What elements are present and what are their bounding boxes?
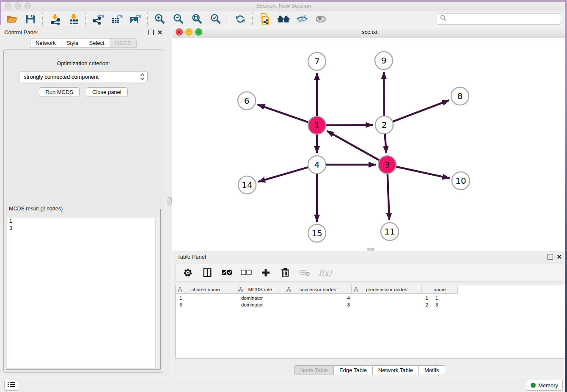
apply-layout-button[interactable] xyxy=(276,13,291,25)
table-toolbar: f(x) xyxy=(175,264,564,282)
zoom-out-button[interactable] xyxy=(171,13,186,25)
criterion-dropdown[interactable]: strongly connected component xyxy=(19,72,148,82)
graph-edge-2-3[interactable] xyxy=(385,134,386,153)
column-header-name[interactable]: name xyxy=(422,285,458,293)
table-row[interactable]: 3 dominator 3 2 3 xyxy=(176,301,468,308)
zoom-fit-button[interactable] xyxy=(190,13,205,25)
criterion-dropdown-value: strongly connected component xyxy=(24,74,99,80)
open-file-button[interactable] xyxy=(4,13,19,25)
zoom-in-icon xyxy=(154,14,165,25)
cell-name: 3 xyxy=(432,301,468,308)
cell-predecessor-nodes: 1 xyxy=(356,295,432,301)
graph-edge-4-14[interactable] xyxy=(258,167,308,182)
import-table-button[interactable] xyxy=(66,13,81,25)
zoom-out-icon xyxy=(173,14,184,25)
close-window-button[interactable] xyxy=(5,3,11,9)
panel-divider[interactable] xyxy=(167,26,172,377)
show-column-panel-icon[interactable] xyxy=(202,267,213,278)
close-panel-icon[interactable]: ✕ xyxy=(157,30,162,35)
network-maximize-button[interactable]: + xyxy=(195,28,202,36)
float-panel-icon[interactable] xyxy=(148,30,154,35)
tab-motifs[interactable]: Motifs xyxy=(419,365,445,375)
desktop-edge xyxy=(0,0,567,2)
add-column-icon[interactable] xyxy=(260,267,271,278)
graph-node-label-9: 9 xyxy=(381,55,387,66)
export-image-button[interactable] xyxy=(128,13,143,25)
graph-edge-2-8[interactable] xyxy=(393,100,449,122)
graph-node-label-1: 1 xyxy=(314,120,320,130)
export-table-icon xyxy=(111,14,123,25)
network-close-button[interactable]: × xyxy=(176,28,183,36)
show-all-button[interactable] xyxy=(313,13,328,25)
save-session-button[interactable] xyxy=(23,13,38,25)
search-icon xyxy=(437,15,448,23)
deselect-all-columns-icon[interactable] xyxy=(241,267,252,278)
mcds-result-group: MCDS result (2 nodes) 1 3 xyxy=(6,206,161,370)
settings-gear-icon[interactable] xyxy=(182,267,193,278)
network-window-titlebar: × − + scc.txt xyxy=(172,26,567,38)
maximize-window-button[interactable] xyxy=(25,3,31,9)
mcds-result-list[interactable]: 1 3 xyxy=(7,218,160,368)
close-panel-button[interactable]: Close panel xyxy=(86,87,128,97)
save-floppy-icon xyxy=(25,14,36,24)
graph-node-label-2: 2 xyxy=(382,120,387,130)
hierarchy-icon xyxy=(178,287,182,293)
column-header-mcds-role[interactable]: MCDS role xyxy=(236,285,284,293)
search-field[interactable] xyxy=(437,13,561,25)
network-minimize-button[interactable]: − xyxy=(185,28,193,36)
zoom-selected-button[interactable] xyxy=(208,13,223,25)
clone-network-button[interactable] xyxy=(257,13,272,25)
tab-style[interactable]: Style xyxy=(61,38,84,48)
run-mcds-button[interactable]: Run MCDS xyxy=(39,87,80,97)
tab-mcds[interactable]: MCDS xyxy=(110,38,137,48)
cell-successor-nodes: 3 xyxy=(289,301,356,308)
memory-button[interactable]: Memory xyxy=(526,380,563,391)
graph-edge-3-1[interactable] xyxy=(327,131,379,160)
graph-node-label-11: 11 xyxy=(384,226,395,237)
select-all-columns-icon[interactable] xyxy=(221,267,232,278)
graph-edge-1-2[interactable] xyxy=(326,125,373,125)
network-canvas[interactable]: 7968124314101511 xyxy=(172,38,567,251)
tab-edge-table[interactable]: Edge Table xyxy=(334,365,373,375)
node-table[interactable]: shared name MCDS role successor nodes pr… xyxy=(175,285,565,359)
desktop-edge xyxy=(565,0,567,392)
tab-select[interactable]: Select xyxy=(84,38,110,48)
column-header-shared-name[interactable]: shared name xyxy=(176,285,236,293)
tab-node-table[interactable]: Node Table xyxy=(294,365,334,375)
search-input[interactable] xyxy=(448,15,561,22)
zoom-in-button[interactable] xyxy=(152,13,168,25)
graph-edge-2-9[interactable] xyxy=(384,72,384,116)
table-row[interactable]: 1 dominator 4 1 1 xyxy=(176,295,468,301)
divider-handle[interactable] xyxy=(168,197,172,204)
float-table-panel-icon[interactable] xyxy=(548,254,553,259)
graph-edge-3-11[interactable] xyxy=(388,174,389,220)
window-controls[interactable] xyxy=(5,3,31,9)
control-panel-title: Control Panel xyxy=(4,29,148,36)
main-toolbar xyxy=(0,11,567,27)
graph-edge-1-6[interactable] xyxy=(257,105,308,122)
mcds-result-title: MCDS result (2 nodes) xyxy=(8,206,63,212)
column-header-predecessor-nodes[interactable]: predecessor nodes xyxy=(352,285,422,293)
import-network-button[interactable] xyxy=(47,13,63,25)
task-history-button[interactable] xyxy=(4,380,18,391)
hide-selected-button[interactable] xyxy=(295,13,310,25)
export-network-button[interactable] xyxy=(91,13,106,25)
mcds-result-item: 3 xyxy=(7,225,160,232)
result-scrollbar[interactable] xyxy=(155,218,160,368)
canvas-resize-handle[interactable] xyxy=(367,248,374,251)
export-table-button[interactable] xyxy=(109,13,124,25)
tab-network[interactable]: Network xyxy=(30,38,61,48)
hierarchy-icon xyxy=(238,287,243,293)
column-header-successor-nodes[interactable]: successor nodes xyxy=(284,285,352,293)
memory-label: Memory xyxy=(538,382,558,389)
tab-network-table[interactable]: Network Table xyxy=(373,365,419,375)
refresh-view-button[interactable] xyxy=(233,13,248,25)
minimize-window-button[interactable] xyxy=(15,3,21,9)
table-panel: Table Panel ✕ f(x) xyxy=(172,251,567,377)
eye-slash-icon xyxy=(296,14,308,24)
delete-column-icon[interactable] xyxy=(280,267,291,278)
graph-edge-3-10[interactable] xyxy=(396,167,449,179)
export-network-icon xyxy=(92,14,104,25)
close-table-panel-icon[interactable]: ✕ xyxy=(556,254,562,259)
graph-node-label-14: 14 xyxy=(242,180,252,190)
